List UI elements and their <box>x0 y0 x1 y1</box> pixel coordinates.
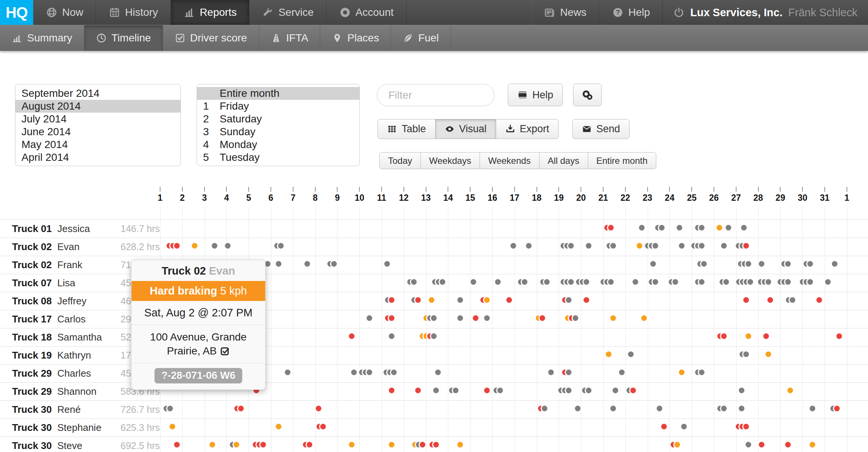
event-dot[interactable] <box>348 441 356 449</box>
event-dot[interactable] <box>166 405 174 412</box>
day-option-friday[interactable]: 1Friday <box>197 100 359 113</box>
event-dot[interactable] <box>365 368 373 376</box>
event-dot[interactable] <box>582 278 590 286</box>
event-dot[interactable] <box>609 405 617 412</box>
event-dot[interactable] <box>658 224 666 232</box>
event-dot[interactable] <box>277 242 285 250</box>
event-dot[interactable] <box>698 242 706 250</box>
event-dot[interactable] <box>275 260 283 268</box>
event-dot[interactable] <box>651 242 659 250</box>
event-dot[interactable] <box>582 296 590 304</box>
event-dot[interactable] <box>275 423 283 431</box>
event-dot[interactable] <box>742 350 750 358</box>
event-dot[interactable] <box>306 441 313 449</box>
event-dot[interactable] <box>567 278 575 286</box>
account-session[interactable]: Lux Services, Inc. Fränk Schleck <box>663 0 868 25</box>
event-dot[interactable] <box>496 386 504 394</box>
month-option-july-2014[interactable]: July 2014 <box>15 113 180 125</box>
event-dot[interactable] <box>434 368 442 376</box>
nav-item-reports[interactable]: Reports <box>171 0 249 25</box>
event-dot[interactable] <box>565 386 573 394</box>
event-dot[interactable] <box>671 278 679 286</box>
event-dot[interactable] <box>673 441 681 449</box>
event-dot[interactable] <box>638 224 646 232</box>
export-button[interactable]: Export <box>496 119 559 139</box>
event-dot[interactable] <box>700 260 708 268</box>
event-dot[interactable] <box>786 386 794 394</box>
event-dot[interactable] <box>388 332 396 340</box>
event-dot[interactable] <box>585 242 593 250</box>
event-dot[interactable] <box>452 386 460 394</box>
event-dot[interactable] <box>469 278 477 286</box>
event-dot[interactable] <box>631 278 639 286</box>
event-dot[interactable] <box>419 441 426 449</box>
event-dot[interactable] <box>547 368 555 376</box>
event-dot[interactable] <box>521 278 529 286</box>
event-dot[interactable] <box>720 332 728 340</box>
event-dot[interactable] <box>505 296 513 304</box>
event-dot[interactable] <box>680 423 688 431</box>
event-dot[interactable] <box>698 278 706 286</box>
nav-item-service[interactable]: Service <box>249 0 326 25</box>
event-dot[interactable] <box>618 368 626 376</box>
event-dot[interactable] <box>432 386 440 394</box>
event-dot[interactable] <box>742 423 750 431</box>
event-dot[interactable] <box>456 314 464 322</box>
event-dot[interactable] <box>744 441 752 449</box>
event-dot[interactable] <box>348 332 356 340</box>
event-dot[interactable] <box>350 368 358 376</box>
event-dot[interactable] <box>629 386 637 394</box>
event-dot[interactable] <box>675 224 683 232</box>
today-button[interactable]: Today <box>379 152 421 169</box>
event-dot[interactable] <box>640 314 648 322</box>
event-dot[interactable] <box>789 296 796 304</box>
event-dot[interactable] <box>168 423 176 431</box>
event-dot[interactable] <box>636 242 643 250</box>
event-dot[interactable] <box>388 386 396 394</box>
event-dot[interactable] <box>211 242 219 250</box>
day-option-monday[interactable]: 4Monday <box>197 138 359 151</box>
event-dot[interactable] <box>173 441 181 449</box>
event-dot[interactable] <box>224 242 232 250</box>
event-dot[interactable] <box>806 260 814 268</box>
event-dot[interactable] <box>764 278 772 286</box>
event-dot[interactable] <box>815 296 823 304</box>
tab-timeline[interactable]: Timeline <box>84 25 163 51</box>
day-option-sunday[interactable]: 3Sunday <box>197 125 359 138</box>
event-dot[interactable] <box>237 405 245 412</box>
event-dot[interactable] <box>738 386 746 394</box>
event-dot[interactable] <box>722 278 730 286</box>
event-dot[interactable] <box>456 296 464 304</box>
event-dot[interactable] <box>605 350 613 358</box>
month-option-may-2014[interactable]: May 2014 <box>15 138 180 151</box>
event-dot[interactable] <box>315 405 322 412</box>
entire-month-button[interactable]: Entire month <box>588 152 656 169</box>
day-option-tuesday[interactable]: 5Tuesday <box>197 151 359 164</box>
event-dot[interactable] <box>365 314 373 322</box>
tab-driver-score[interactable]: Driver score <box>163 25 259 51</box>
month-option-april-2014[interactable]: April 2014 <box>15 151 180 164</box>
tab-places[interactable]: Places <box>320 25 391 51</box>
event-dot[interactable] <box>715 224 723 232</box>
event-dot[interactable] <box>808 405 816 412</box>
nav-item-now[interactable]: Now <box>33 0 96 25</box>
event-dot[interactable] <box>284 368 292 376</box>
event-dot[interactable] <box>609 314 617 322</box>
nav-item-account[interactable]: Account <box>327 0 406 25</box>
event-dot[interactable] <box>565 296 573 304</box>
event-dot[interactable] <box>483 314 491 322</box>
event-dot[interactable] <box>565 368 573 376</box>
event-dot[interactable] <box>678 242 686 250</box>
event-dot[interactable] <box>758 441 766 449</box>
event-dot[interactable] <box>698 368 706 376</box>
table-button[interactable]: Table <box>377 119 436 139</box>
event-dot[interactable] <box>483 296 491 304</box>
event-dot[interactable] <box>410 278 418 286</box>
day-option-saturday[interactable]: 2Saturday <box>197 113 359 125</box>
event-dot[interactable] <box>525 242 533 250</box>
event-dot[interactable] <box>611 386 619 394</box>
event-dot[interactable] <box>808 441 816 449</box>
event-dot[interactable] <box>742 242 750 250</box>
event-dot[interactable] <box>330 260 338 268</box>
event-dot[interactable] <box>208 441 216 449</box>
